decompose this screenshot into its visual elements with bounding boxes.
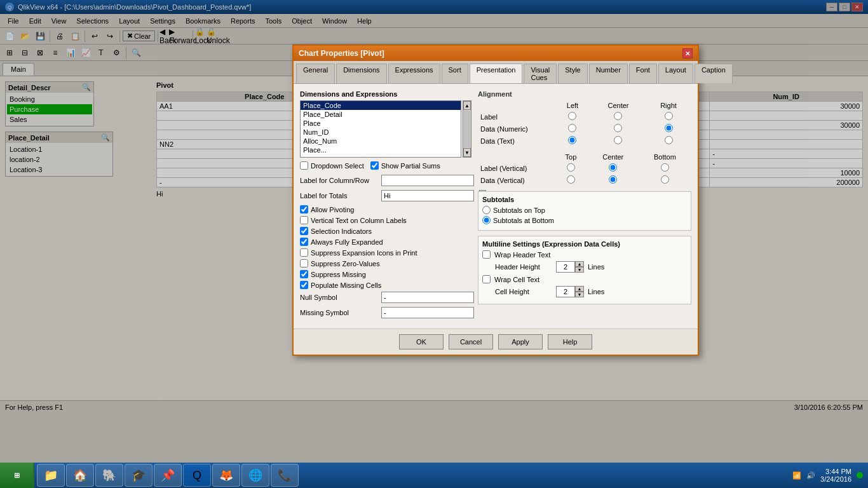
taskbar-app-qlik[interactable]: Q [183,464,211,487]
cell-height-spinner[interactable]: ▲ ▼ [556,286,584,297]
align-text-right-cell [646,135,691,147]
selection-indicators-checkbox[interactable] [300,227,308,235]
tab-dimensions[interactable]: Dimensions [336,64,386,83]
dim-item-place-detail[interactable]: Place_Detail [301,110,461,119]
null-symbol-input[interactable] [381,292,474,303]
wrap-header-checkbox[interactable] [482,250,491,259]
taskbar-app-star[interactable]: 🎓 [125,464,153,487]
dim-listbox[interactable]: Place_Code Place_Detail Place Num_ID All… [300,100,461,158]
start-icon: ⊞ [14,471,20,480]
label-column-input[interactable] [381,175,474,186]
always-expanded-checkbox[interactable] [300,238,308,246]
tab-general[interactable]: General [296,64,335,83]
dim-item-num-id[interactable]: Num_ID [301,128,461,137]
apply-button[interactable]: Apply [498,334,543,349]
taskbar-app-fox[interactable]: 🦊 [212,464,240,487]
taskbar-app-skype[interactable]: 📞 [271,464,299,487]
align-numeric-left-radio[interactable] [568,124,576,132]
scroll-down[interactable]: ▼ [463,148,471,157]
valign-label-top-radio[interactable] [567,163,575,172]
tab-caption[interactable]: Caption [695,64,733,83]
dropdown-select-checkbox[interactable] [300,161,308,170]
suppress-expansion-checkbox[interactable] [300,248,308,257]
ok-button[interactable]: OK [399,334,444,349]
align-numeric-left-cell [554,123,591,135]
tab-layout[interactable]: Layout [658,64,693,83]
cell-height-up[interactable]: ▲ [575,286,584,292]
align-label-center-radio[interactable] [614,112,622,120]
suppress-missing-label: Suppress Missing [311,271,366,278]
tab-sort[interactable]: Sort [442,64,468,83]
align-label-left-radio[interactable] [568,112,576,120]
valign-data-bottom-radio[interactable] [661,175,669,184]
taskbar-app-pin[interactable]: 📌 [154,464,182,487]
cell-height-down[interactable]: ▼ [575,292,584,297]
start-button[interactable]: ⊞ [0,463,34,488]
subtotals-title: Subtotals [482,196,687,203]
allow-pivoting-checkbox[interactable] [300,205,308,214]
dim-item-place[interactable]: Place [301,119,461,128]
scroll-up[interactable]: ▲ [463,101,471,110]
dialog-titlebar: Chart Properties [Pivot] ✕ [294,46,698,61]
dim-item-place-dots[interactable]: Place... [301,146,461,154]
align-text-center-radio[interactable] [614,136,622,144]
subtotals-at-bottom-radio[interactable] [482,216,491,224]
spinner-btns: ▲ ▼ [575,261,584,273]
header-height-spinner[interactable]: ▲ ▼ [556,261,584,273]
taskbar-app-db[interactable]: 🐘 [95,464,123,487]
subtotals-on-top-label: Subtotals on Top [493,207,545,214]
align-label-left-cell [554,111,591,123]
missing-symbol-input[interactable] [381,307,474,318]
valign-label-center-radio[interactable] [609,163,617,172]
label-totals-input[interactable] [381,190,474,201]
suppress-zero-checkbox[interactable] [300,259,308,268]
valign-label-bottom-radio[interactable] [661,163,669,172]
tab-font[interactable]: Font [629,64,657,83]
align-label: Label [478,111,554,123]
cell-spinner-btns: ▲ ▼ [575,286,584,297]
valign-col-top: Top [554,152,588,162]
always-expanded-label: Always Fully Expanded [311,238,383,246]
dim-item-alloc-num[interactable]: Alloc_Num [301,137,461,146]
chart-properties-dialog: Chart Properties [Pivot] ✕ General Dimen… [292,44,699,356]
dim-item-place-code[interactable]: Place_Code [301,101,461,110]
valign-data-top-radio[interactable] [567,175,575,184]
tab-number[interactable]: Number [589,64,628,83]
cancel-button[interactable]: Cancel [449,334,493,349]
header-height-input[interactable] [556,261,575,273]
suppress-missing-checkbox[interactable] [300,270,308,278]
tab-expressions[interactable]: Expressions [388,64,440,83]
taskbar-date: 3/24/2016 [820,475,851,483]
valign-data-center-radio[interactable] [609,175,617,184]
dim-scrollbar[interactable]: ▲ ▼ [463,100,471,158]
show-partial-sums-checkbox[interactable] [370,161,379,170]
taskbar-app-chrome[interactable]: 🌐 [241,464,269,487]
tab-presentation[interactable]: Presentation [470,64,523,83]
align-text-right-radio[interactable] [665,136,673,144]
missing-symbol-row: Missing Symbol [300,307,471,318]
align-label-right-radio[interactable] [665,112,673,120]
vertical-text-row: Vertical Text on Column Labels [300,216,471,224]
align-numeric-center-radio[interactable] [614,124,622,132]
vertical-text-checkbox[interactable] [300,216,308,224]
dialog-close-button[interactable]: ✕ [682,48,693,58]
align-text-left-radio[interactable] [568,136,576,144]
align-numeric-right-radio[interactable] [665,124,673,132]
help-button[interactable]: Help [548,334,592,349]
header-height-down[interactable]: ▼ [575,267,584,273]
wrap-cell-checkbox[interactable] [482,275,491,283]
suppress-missing-row: Suppress Missing [300,270,471,278]
suppress-zero-label: Suppress Zero-Values [311,260,380,268]
cell-height-input[interactable] [556,286,575,297]
subtotals-on-top-radio[interactable] [482,206,491,214]
header-height-up[interactable]: ▲ [575,261,584,267]
align-row-data-numeric: Data (Numeric) [478,123,691,135]
vertical-align-table: Top Center Bottom Label (Vertical) [478,152,691,186]
tab-visual-cues[interactable]: Visual Cues [524,64,557,83]
null-symbol-row: Null Symbol [300,292,471,303]
tab-style[interactable]: Style [558,64,587,83]
populate-missing-checkbox[interactable] [300,281,308,289]
taskbar-app-explorer[interactable]: 📁 [37,464,65,487]
taskbar-app-home[interactable]: 🏠 [66,464,94,487]
alignment-title: Alignment [478,90,691,98]
